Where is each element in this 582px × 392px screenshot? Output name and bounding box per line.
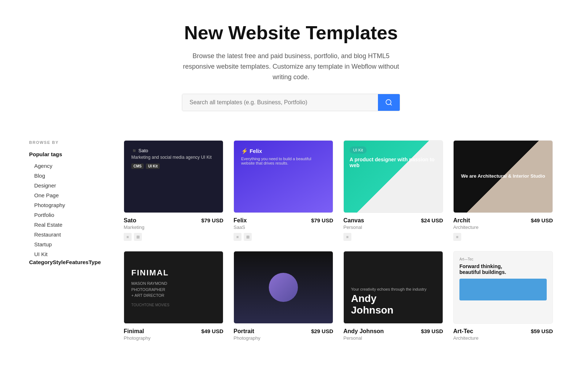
template-card-sato[interactable]: ◾ Sato Marketing and social media agency… <box>124 140 223 241</box>
browse-by-label: BROWSE BY <box>29 140 102 145</box>
template-category: Photography <box>124 335 151 341</box>
template-price: $79 USD <box>201 217 223 223</box>
search-icon <box>385 99 392 106</box>
sidebar-category-category[interactable]: Category <box>29 255 53 267</box>
badge-ui: ⊞ <box>134 233 142 241</box>
template-name: Finimal <box>124 328 151 335</box>
template-category: Photography <box>234 335 260 341</box>
sidebar: BROWSE BY Popular tags AgencyBlogDesigne… <box>29 140 102 341</box>
badge-cms: ≡ <box>343 233 351 241</box>
sidebar-tag-photography[interactable]: Photography <box>29 200 102 210</box>
template-category: Personal <box>343 225 364 230</box>
sidebar-tag-portfolio[interactable]: Portfolio <box>29 210 102 220</box>
template-badges: ≡ <box>343 233 443 241</box>
template-category: Marketing <box>124 225 144 230</box>
search-input-wrap <box>182 94 400 111</box>
template-category: Personal <box>343 335 384 341</box>
template-name: Andy Johnson <box>343 328 384 335</box>
search-input[interactable] <box>182 94 378 111</box>
badge-ui: ⊞ <box>244 233 252 241</box>
badge-cms: ≡ <box>234 233 242 241</box>
template-card-andy-johnson[interactable]: Your creativity echoes through the indus… <box>343 251 443 341</box>
template-badges: ≡⊞ <box>124 233 223 241</box>
sidebar-tag-designer[interactable]: Designer <box>29 181 102 190</box>
template-price: $49 USD <box>531 217 553 223</box>
sidebar-tag-restaurant[interactable]: Restaurant <box>29 230 102 239</box>
template-price: $29 USD <box>311 328 333 334</box>
page-wrapper: New Website Templates Browse the latest … <box>0 0 582 355</box>
template-badges: ≡⊞ <box>234 233 333 241</box>
main-layout: BROWSE BY Popular tags AgencyBlogDesigne… <box>0 126 582 355</box>
sidebar-category-type[interactable]: Type <box>88 255 101 267</box>
template-price: $49 USD <box>201 328 223 334</box>
template-category: Architecture <box>453 335 478 341</box>
badge-cms: ≡ <box>453 233 461 241</box>
template-price: $24 USD <box>421 217 443 223</box>
sidebar-categories: CategoryStyleFeaturesType <box>29 259 102 266</box>
templates-grid: ◾ Sato Marketing and social media agency… <box>124 140 553 341</box>
template-name: Canvas <box>343 217 364 224</box>
sidebar-category-features[interactable]: Features <box>66 255 89 267</box>
page-title: New Website Templates <box>7 22 575 44</box>
template-card-canvas[interactable]: UI Kit A product designer with passion t… <box>343 140 443 241</box>
template-name: Felix <box>234 217 247 224</box>
template-name: Sato <box>124 217 144 224</box>
template-price: $39 USD <box>421 328 443 334</box>
template-price: $79 USD <box>311 217 333 223</box>
template-card-archit[interactable]: We are Architectural & Interior Studio A… <box>453 140 553 241</box>
badge-cms: ≡ <box>124 233 132 241</box>
sidebar-category-style[interactable]: Style <box>53 255 66 267</box>
popular-tags-title: Popular tags <box>29 151 102 157</box>
search-bar <box>7 94 575 111</box>
template-price: $59 USD <box>531 328 553 334</box>
template-category: Architecture <box>453 225 478 230</box>
hero-section: New Website Templates Browse the latest … <box>0 0 582 126</box>
template-card-art-tec[interactable]: Art—Tec Forward thinking,beautiful build… <box>453 251 553 341</box>
template-badges: ≡ <box>453 233 553 241</box>
template-card-portrait[interactable]: PortraitPhotography$29 USD <box>234 251 333 341</box>
sidebar-tag-startup[interactable]: Startup <box>29 239 102 249</box>
sidebar-tags: AgencyBlogDesignerOne PagePhotographyPor… <box>29 161 102 259</box>
sidebar-tag-agency[interactable]: Agency <box>29 161 102 171</box>
sidebar-tag-one-page[interactable]: One Page <box>29 190 102 200</box>
template-name: Archit <box>453 217 478 224</box>
template-category: SaaS <box>234 225 247 230</box>
template-card-finimal[interactable]: FINIMAL MASON RAYMONDPHOTOGRAPHER+ ART D… <box>124 251 223 341</box>
hero-subtitle: Browse the latest free and paid business… <box>182 51 400 82</box>
search-button[interactable] <box>378 94 400 111</box>
template-name: Portrait <box>234 328 260 335</box>
sidebar-tag-blog[interactable]: Blog <box>29 171 102 181</box>
template-name: Art-Tec <box>453 328 478 335</box>
sidebar-tag-real-estate[interactable]: Real Estate <box>29 220 102 230</box>
templates-area: ◾ Sato Marketing and social media agency… <box>124 140 553 341</box>
template-card-felix[interactable]: ⚡ Felix Everything you need to build a b… <box>234 140 333 241</box>
